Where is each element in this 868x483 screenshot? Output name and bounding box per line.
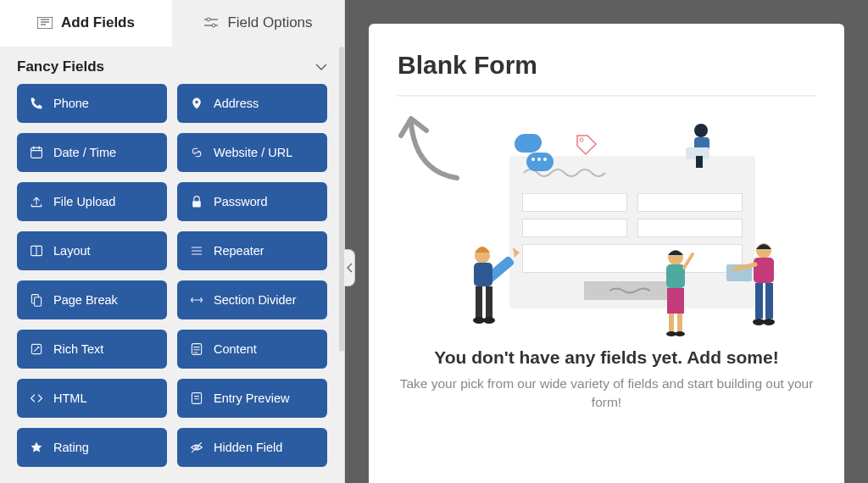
field-entry-preview[interactable]: Entry Preview (177, 379, 327, 418)
sidebar-tabs: Add Fields Field Options (0, 0, 344, 47)
person-laptop-icon (726, 241, 789, 332)
field-label: Password (214, 195, 268, 208)
svg-rect-0 (37, 17, 53, 29)
svg-rect-43 (486, 286, 492, 319)
field-address[interactable]: Address (177, 84, 327, 123)
empty-headline: You don't have any fields yet. Add some! (434, 347, 778, 368)
field-hidden-field[interactable]: Hidden Field (177, 428, 327, 467)
svg-point-34 (694, 124, 708, 137)
form-canvas: Blank Form (345, 0, 868, 483)
field-website-url[interactable]: Website / URL (177, 133, 327, 172)
field-file-upload[interactable]: File Upload (17, 182, 167, 221)
tag-icon (574, 132, 598, 156)
field-rating[interactable]: Rating (17, 428, 167, 467)
person-sitting-icon (677, 122, 730, 171)
field-label: Rich Text (53, 342, 103, 356)
code-icon (30, 391, 43, 405)
field-page-break[interactable]: Page Break (17, 280, 167, 319)
person-pencil-icon (464, 241, 530, 334)
svg-rect-14 (192, 201, 201, 207)
field-section-divider[interactable]: Section Divider (177, 280, 327, 319)
field-phone[interactable]: Phone (17, 84, 167, 123)
field-label: Page Break (53, 293, 118, 307)
svg-point-5 (207, 18, 210, 21)
svg-rect-48 (667, 288, 684, 314)
field-date-time[interactable]: Date / Time (17, 133, 167, 172)
field-password[interactable]: Password (177, 182, 327, 221)
field-label: File Upload (53, 195, 115, 208)
svg-rect-55 (754, 258, 774, 283)
field-label: Rating (53, 441, 89, 454)
tab-add-fields[interactable]: Add Fields (0, 0, 172, 47)
svg-rect-50 (677, 314, 682, 332)
field-label: Hidden Field (214, 441, 282, 454)
upload-icon (30, 195, 43, 208)
svg-rect-57 (765, 283, 773, 319)
form-title[interactable]: Blank Form (398, 51, 815, 97)
svg-point-59 (763, 319, 775, 325)
preview-icon (190, 391, 203, 405)
field-html[interactable]: HTML (17, 379, 167, 418)
empty-subline: Take your pick from our wide variety of … (398, 375, 815, 411)
chevron-down-icon (315, 64, 327, 70)
field-label: Section Divider (214, 293, 297, 307)
fields-list: PhoneAddressDate / TimeWebsite / URLFile… (0, 84, 344, 483)
section-header-fancy-fields[interactable]: Fancy Fields (0, 47, 344, 84)
hidden-icon (190, 441, 203, 454)
list-icon (190, 244, 203, 258)
svg-rect-21 (35, 297, 42, 306)
empty-state: You don't have any fields yet. Add some!… (398, 97, 815, 483)
svg-point-44 (473, 317, 485, 324)
calendar-icon (30, 146, 43, 159)
svg-rect-42 (476, 286, 482, 319)
field-label: Content (214, 342, 257, 356)
tab-field-options[interactable]: Field Options (172, 0, 344, 47)
svg-rect-28 (192, 392, 201, 403)
svg-rect-47 (666, 264, 685, 288)
sidebar: Add Fields Field Options Fancy Fields Ph… (0, 0, 345, 483)
field-rich-text[interactable]: Rich Text (17, 330, 167, 369)
layout-icon (30, 244, 43, 258)
add-fields-icon (37, 17, 53, 29)
field-label: Phone (53, 97, 89, 110)
richtext-icon (30, 342, 43, 356)
phone-icon (30, 97, 43, 110)
svg-point-58 (753, 319, 765, 325)
scrollbar[interactable] (339, 47, 344, 352)
svg-rect-41 (474, 263, 492, 286)
pin-icon (190, 97, 203, 110)
field-label: HTML (53, 391, 86, 405)
star-icon (30, 441, 43, 454)
field-layout[interactable]: Layout (17, 231, 167, 270)
field-options-icon (203, 17, 219, 29)
svg-line-32 (192, 442, 201, 452)
field-repeater[interactable]: Repeater (177, 231, 327, 270)
field-label: Website / URL (214, 146, 292, 159)
svg-rect-37 (696, 156, 703, 168)
field-label: Address (214, 97, 259, 110)
divider-icon (190, 293, 203, 307)
svg-point-8 (195, 101, 198, 104)
field-label: Entry Preview (214, 391, 289, 405)
svg-rect-9 (31, 147, 42, 158)
section-title: Fancy Fields (17, 58, 104, 75)
tab-add-fields-label: Add Fields (61, 14, 135, 31)
field-content[interactable]: Content (177, 330, 327, 369)
link-icon (190, 146, 203, 159)
svg-marker-39 (513, 247, 520, 258)
tab-field-options-label: Field Options (227, 14, 312, 31)
person-standing-icon (652, 247, 699, 339)
empty-illustration (425, 115, 789, 344)
collapse-handle[interactable] (344, 249, 355, 286)
lock-icon (190, 195, 203, 208)
svg-point-45 (483, 317, 495, 324)
field-label: Layout (53, 244, 91, 258)
field-label: Repeater (214, 244, 264, 258)
svg-point-33 (580, 138, 583, 142)
svg-point-52 (675, 331, 685, 336)
svg-rect-56 (755, 283, 763, 319)
content-icon (190, 342, 203, 356)
form-card: Blank Form (369, 24, 844, 483)
svg-rect-49 (669, 314, 674, 332)
chat-bubble-icon (514, 134, 542, 153)
